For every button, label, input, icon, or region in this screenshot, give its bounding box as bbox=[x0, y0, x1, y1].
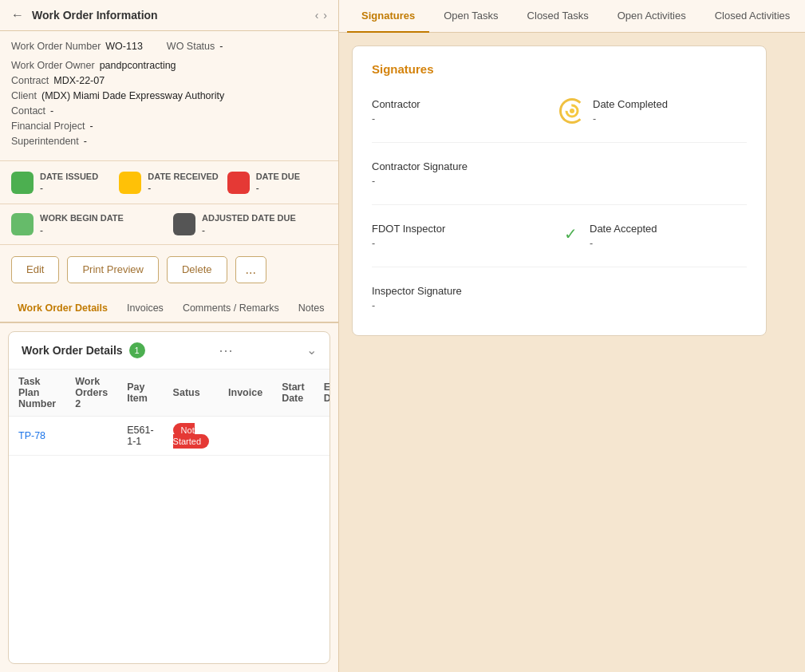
tp-link[interactable]: TP-78 bbox=[18, 430, 45, 441]
date-issued-label: DATE ISSUED bbox=[40, 171, 98, 183]
left-panel: ← Work Order Information ‹ › Work Order … bbox=[0, 0, 339, 672]
contract-value: MDX-22-07 bbox=[53, 75, 105, 86]
date-accepted-section: ✓ Date Accepted - bbox=[559, 215, 747, 257]
app-container: ← Work Order Information ‹ › Work Order … bbox=[0, 0, 805, 672]
tab-signatures[interactable]: Signatures bbox=[347, 0, 429, 33]
wo-number-status-row: Work Order Number WO-113 WO Status - bbox=[11, 41, 327, 56]
fdot-inspector-label: FDOT Inspector bbox=[372, 223, 559, 235]
details-more-button[interactable]: ⋯ bbox=[219, 342, 233, 359]
date-received-badge: DATE RECEIVED - bbox=[119, 171, 219, 194]
date-completed-spinner-icon bbox=[559, 98, 585, 124]
client-label: Client bbox=[11, 90, 37, 101]
details-count-badge: 1 bbox=[129, 342, 145, 358]
col-invoice: Invoice bbox=[219, 370, 272, 417]
sig-row-1: Contractor - Date Completed - bbox=[372, 90, 747, 143]
wo-status-row: WO Status - bbox=[167, 41, 223, 52]
financial-project-value: - bbox=[89, 121, 93, 132]
date-received-value: - bbox=[148, 183, 218, 194]
back-arrow-icon[interactable]: ← bbox=[11, 8, 24, 22]
adjusted-date-due-badge: ADJUSTED DATE DUE - bbox=[173, 212, 327, 235]
adjusted-date-label: ADJUSTED DATE DUE bbox=[202, 212, 296, 224]
wo-number-value: WO-113 bbox=[105, 41, 143, 52]
signatures-card: Signatures Contractor - bbox=[352, 45, 767, 336]
right-content: Signatures Contractor - bbox=[339, 33, 805, 672]
tab-closed-tasks[interactable]: Closed Tasks bbox=[513, 0, 603, 33]
fdot-inspector-section: FDOT Inspector - bbox=[372, 215, 559, 257]
client-value: (MDX) Miami Dade Expressway Authority bbox=[41, 90, 224, 101]
wo-owner-label: Work Order Owner bbox=[11, 60, 95, 71]
cell-status: Not Started bbox=[164, 416, 219, 455]
date-issued-icon bbox=[11, 172, 34, 194]
date-completed-section: Date Completed - bbox=[559, 90, 747, 132]
tab-open-tasks[interactable]: Open Tasks bbox=[429, 0, 512, 33]
delete-button[interactable]: Delete bbox=[167, 256, 227, 283]
contractor-sig-value: - bbox=[372, 176, 747, 187]
date-completed-label: Date Completed bbox=[593, 98, 668, 110]
work-begin-date-badge: WORK BEGIN DATE - bbox=[11, 212, 165, 235]
work-begin-info: WORK BEGIN DATE - bbox=[40, 212, 124, 235]
wo-owner-value: pandpcontracting bbox=[100, 60, 176, 71]
date-issued-info: DATE ISSUED - bbox=[40, 171, 98, 194]
dates-grid-1: DATE ISSUED - DATE RECEIVED - DATE DUE - bbox=[0, 161, 338, 204]
more-options-button[interactable]: ... bbox=[235, 256, 266, 283]
tab-comments-remarks[interactable]: Comments / Remarks bbox=[173, 294, 289, 323]
edit-button[interactable]: Edit bbox=[11, 256, 59, 283]
date-due-icon bbox=[227, 172, 250, 194]
inspector-sig-section: Inspector Signature - bbox=[372, 277, 747, 319]
next-arrow-icon[interactable]: › bbox=[323, 9, 327, 22]
tab-open-activities[interactable]: Open Activities bbox=[603, 0, 700, 33]
date-received-label: DATE RECEIVED bbox=[148, 171, 218, 183]
wo-status-value: - bbox=[219, 41, 223, 52]
work-order-details-content: Work Order Details 1 ⋯ ⌄ Task Plan Numbe… bbox=[8, 331, 330, 664]
col-status: Satus bbox=[164, 370, 219, 417]
right-panel: Signatures Open Tasks Closed Tasks Open … bbox=[339, 0, 805, 672]
financial-project-row: Financial Project - bbox=[11, 121, 327, 132]
cell-start-date bbox=[272, 416, 314, 455]
work-begin-label: WORK BEGIN DATE bbox=[40, 212, 124, 224]
date-completed-value: - bbox=[593, 113, 668, 125]
details-header: Work Order Details 1 ⋯ ⌄ bbox=[9, 332, 329, 370]
wo-number-label: Work Order Number bbox=[11, 41, 101, 52]
signatures-title: Signatures bbox=[372, 62, 747, 76]
left-panel-title: Work Order Information bbox=[32, 9, 315, 22]
print-preview-button[interactable]: Print Preview bbox=[67, 256, 159, 283]
prev-arrow-icon[interactable]: ‹ bbox=[315, 9, 319, 22]
fdot-inspector-value: - bbox=[372, 238, 559, 249]
adjusted-date-icon bbox=[173, 213, 195, 235]
work-begin-value: - bbox=[40, 225, 124, 236]
work-order-info: Work Order Number WO-113 WO Status - Wor… bbox=[0, 31, 338, 161]
details-table-header-row: Task Plan Number Work Orders 2 Pay Item … bbox=[9, 370, 329, 417]
sig-row-2: Contractor Signature - bbox=[372, 152, 747, 205]
tab-closed-activities[interactable]: Closed Activities bbox=[700, 0, 805, 33]
details-table-container: Task Plan Number Work Orders 2 Pay Item … bbox=[9, 370, 329, 456]
tab-images-documents[interactable]: Images & Documents bbox=[333, 294, 338, 323]
cell-work-orders-2 bbox=[65, 416, 117, 455]
superintendent-label: Superintendent bbox=[11, 136, 79, 147]
client-row: Client (MDX) Miami Dade Expressway Autho… bbox=[11, 90, 327, 101]
contractor-sig-label: Contractor Signature bbox=[372, 160, 747, 172]
date-due-badge: DATE DUE - bbox=[227, 171, 327, 194]
cell-invoice bbox=[219, 416, 272, 455]
action-buttons: Edit Print Preview Delete ... bbox=[0, 245, 338, 294]
details-collapse-button[interactable]: ⌄ bbox=[306, 342, 317, 358]
col-start-date: Start Date bbox=[272, 370, 314, 417]
date-completed-info: Date Completed - bbox=[593, 98, 668, 125]
col-work-orders-2: Work Orders 2 bbox=[65, 370, 117, 417]
tab-invoices[interactable]: Invoices bbox=[117, 294, 173, 323]
superintendent-row: Superintendent - bbox=[11, 136, 327, 147]
inspector-sig-label: Inspector Signature bbox=[372, 285, 747, 297]
sig-row-4: Inspector Signature - bbox=[372, 277, 747, 319]
date-accepted-check-icon: ✓ bbox=[559, 223, 582, 245]
financial-project-label: Financial Project bbox=[11, 121, 85, 132]
top-tabs: Signatures Open Tasks Closed Tasks Open … bbox=[339, 0, 805, 33]
contractor-value: - bbox=[372, 113, 559, 125]
date-due-info: DATE DUE - bbox=[256, 171, 300, 194]
cell-end-date bbox=[314, 416, 329, 455]
tab-notes[interactable]: Notes bbox=[289, 294, 334, 323]
details-title: Work Order Details bbox=[22, 344, 123, 357]
adjusted-date-info: ADJUSTED DATE DUE - bbox=[202, 212, 296, 235]
date-due-label: DATE DUE bbox=[256, 171, 300, 183]
date-issued-badge: DATE ISSUED - bbox=[11, 171, 111, 194]
date-issued-value: - bbox=[40, 183, 98, 194]
tab-work-order-details[interactable]: Work Order Details bbox=[8, 294, 117, 323]
